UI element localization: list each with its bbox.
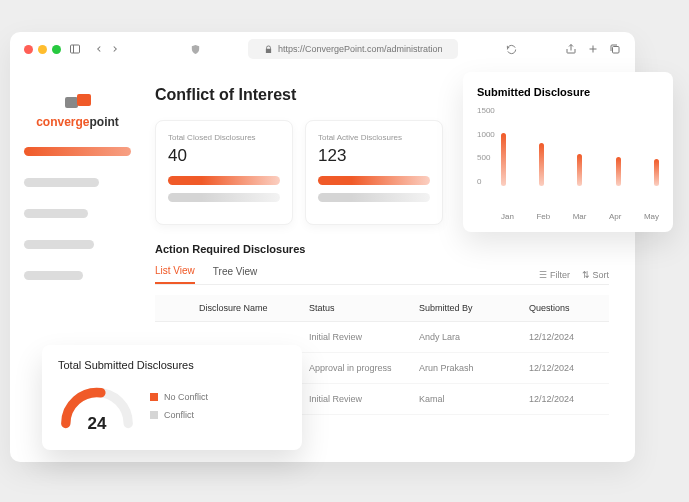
y-axis: 1500 1000 500 0 [477, 106, 501, 186]
forward-icon[interactable] [109, 43, 121, 55]
sidebar-item[interactable] [24, 240, 94, 249]
total-submitted-gauge-card: Total Submitted Disclosures 24 No Confli… [42, 345, 302, 450]
x-tick: Jan [501, 212, 514, 221]
gauge-title: Total Submitted Disclosures [58, 359, 286, 371]
maximize-icon[interactable] [52, 45, 61, 54]
lock-icon [264, 45, 273, 54]
chart-title: Submitted Disclosure [477, 86, 659, 98]
gauge-legend: No Conflict Conflict [150, 392, 208, 420]
card-value: 123 [318, 146, 430, 166]
tabs: List View Tree View ☰ Filter ⇅ Sort [155, 265, 609, 285]
logo-mark-icon [65, 94, 91, 112]
chart-bar [539, 143, 544, 186]
legend-conflict: Conflict [150, 410, 208, 420]
sidebar-item-active[interactable] [24, 147, 131, 156]
browser-topbar: https://ConvergePoint.com/administration [10, 32, 635, 66]
x-axis: JanFebMarAprMay [501, 212, 659, 221]
x-tick: Apr [609, 212, 621, 221]
minimize-icon[interactable] [38, 45, 47, 54]
chart-bar [654, 159, 659, 186]
chart-bars [501, 106, 659, 186]
th-name: Disclosure Name [199, 303, 309, 313]
stat-card-active[interactable]: Total Active Disclosures 123 [305, 120, 443, 225]
svg-rect-0 [71, 45, 80, 53]
tab-list-view[interactable]: List View [155, 265, 195, 284]
th-submitted: Submitted By [419, 303, 529, 313]
address-bar[interactable]: https://ConvergePoint.com/administration [248, 39, 458, 59]
legend-no-conflict: No Conflict [150, 392, 208, 402]
chart-bar [577, 154, 582, 186]
sidebar-item[interactable] [24, 271, 83, 280]
swatch-icon [150, 393, 158, 401]
card-label: Total Closed Disclosures [168, 133, 280, 142]
logo-text: convergepoint [36, 115, 119, 129]
swatch-icon [150, 411, 158, 419]
sidebar-toggle-icon[interactable] [69, 43, 81, 55]
url-text: https://ConvergePoint.com/administration [278, 44, 443, 54]
filter-button[interactable]: ☰ Filter [539, 270, 570, 280]
sort-button[interactable]: ⇅ Sort [582, 270, 609, 280]
section-title: Action Required Disclosures [155, 243, 609, 255]
window-controls[interactable] [24, 45, 61, 54]
shield-icon[interactable] [189, 43, 201, 55]
sidebar-item[interactable] [24, 209, 88, 218]
card-label: Total Active Disclosures [318, 133, 430, 142]
logo[interactable]: convergepoint [24, 94, 131, 129]
tab-tree-view[interactable]: Tree View [213, 266, 257, 283]
close-icon[interactable] [24, 45, 33, 54]
progress-bar [168, 193, 280, 202]
th-questions: Questions [529, 303, 609, 313]
progress-bar [168, 176, 280, 185]
th-status: Status [309, 303, 419, 313]
chart-bar [616, 157, 621, 186]
submitted-disclosure-chart-card: Submitted Disclosure 1500 1000 500 0 Jan… [463, 72, 673, 232]
card-value: 40 [168, 146, 280, 166]
progress-bar [318, 176, 430, 185]
share-icon[interactable] [565, 43, 577, 55]
table-header: Disclosure Name Status Submitted By Ques… [155, 295, 609, 322]
stat-card-closed[interactable]: Total Closed Disclosures 40 [155, 120, 293, 225]
svg-rect-4 [612, 47, 619, 54]
x-tick: Mar [573, 212, 587, 221]
progress-bar [318, 193, 430, 202]
plus-icon[interactable] [587, 43, 599, 55]
reload-icon[interactable] [506, 43, 518, 55]
sidebar-item[interactable] [24, 178, 99, 187]
x-tick: May [644, 212, 659, 221]
x-tick: Feb [536, 212, 550, 221]
chart-bar [501, 133, 506, 186]
back-icon[interactable] [93, 43, 105, 55]
gauge-value: 24 [88, 414, 107, 434]
tabs-icon[interactable] [609, 43, 621, 55]
